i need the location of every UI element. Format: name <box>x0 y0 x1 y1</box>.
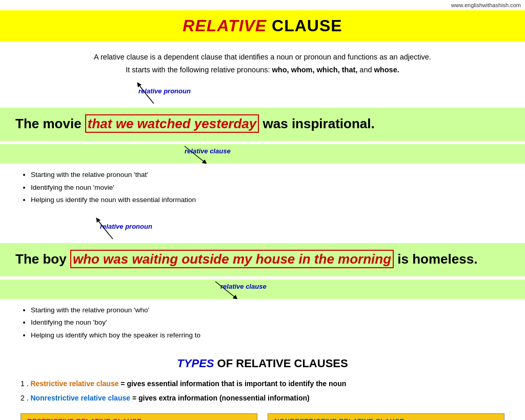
types-section: TYPES OF RELATIVE CLAUSES 1 . Restrictiv… <box>0 349 525 420</box>
bullet1-1: Starting with the relative pronoun 'that… <box>31 169 504 181</box>
annotation-clause1: relative clause <box>185 147 231 155</box>
restrictive-link: Restrictive relative clause <box>30 379 118 388</box>
example1-block: The movie that we watched yesterday was … <box>0 108 525 141</box>
intro-line2: It starts with the following relative pr… <box>21 64 504 76</box>
intro-line1: A relative clause is a dependent clause … <box>21 51 504 64</box>
restrictive-header: RESTRICTIVE RELATIVE CLAUSE <box>21 414 257 420</box>
website-url: www.englishwithashish.com <box>0 0 525 10</box>
types-list: 1 . Restrictive relative clause = gives … <box>21 376 510 405</box>
bullet2-3: Helping us identify which boy the speake… <box>31 329 504 342</box>
restrictive-box: RESTRICTIVE RELATIVE CLAUSE He is the ma… <box>21 413 257 420</box>
bullet1-2: Identifying the noun 'movie' <box>31 182 504 194</box>
title-clause: CLAUSE <box>267 16 342 35</box>
types-title: TYPES OF RELATIVE CLAUSES <box>15 357 510 370</box>
intro-section: A relative clause is a dependent clause … <box>0 42 525 81</box>
example1-highlighted: that we watched yesterday <box>85 114 259 133</box>
example2-before: The boy <box>15 251 70 267</box>
types-item2: 2 . Nonrestrictive relative clause = giv… <box>21 391 510 405</box>
example1-bullets: Starting with the relative pronoun 'that… <box>0 164 525 213</box>
nonrestrictive-header: NONRESTRICTIVE RELATIVE CLAUSE <box>268 414 504 420</box>
example1-sentence: The movie that we watched yesterday was … <box>15 113 510 134</box>
example2-highlighted: who was waiting outside my house in the … <box>70 250 394 268</box>
annotation-pronoun2: relative pronoun <box>100 223 152 230</box>
example2-after: is homeless. <box>394 251 477 267</box>
nonrestrictive-box: NONRESTRICTIVE RELATIVE CLAUSE Did you t… <box>268 413 504 420</box>
annotation-pronoun1: relative pronoun <box>138 87 191 95</box>
title-bar: RELATIVE CLAUSE <box>0 10 525 42</box>
types-item1: 1 . Restrictive relative clause = gives … <box>21 376 510 391</box>
nonrestrictive-link: Nonrestrictive relative clause <box>30 394 130 402</box>
clauses-table: RESTRICTIVE RELATIVE CLAUSE He is the ma… <box>15 413 510 420</box>
types-colored: TYPES <box>177 357 214 370</box>
title-relative: RELATIVE <box>183 16 267 35</box>
example2-block: The boy who was waiting outside my house… <box>0 243 525 276</box>
example1-after: was inspirational. <box>259 116 374 131</box>
example2-sentence: The boy who was waiting outside my house… <box>15 248 510 269</box>
bullet2-2: Identifying the noun 'boy' <box>31 316 504 329</box>
annotation-clause2: relative clause <box>220 283 267 290</box>
example1-before: The movie <box>15 116 85 131</box>
bullet1-3: Helping us identify the noun with essent… <box>31 194 504 206</box>
example2-bullets: Starting with the relative pronoun 'who'… <box>0 299 525 349</box>
bullet2-1: Starting with the relative pronoun 'who' <box>31 304 504 316</box>
